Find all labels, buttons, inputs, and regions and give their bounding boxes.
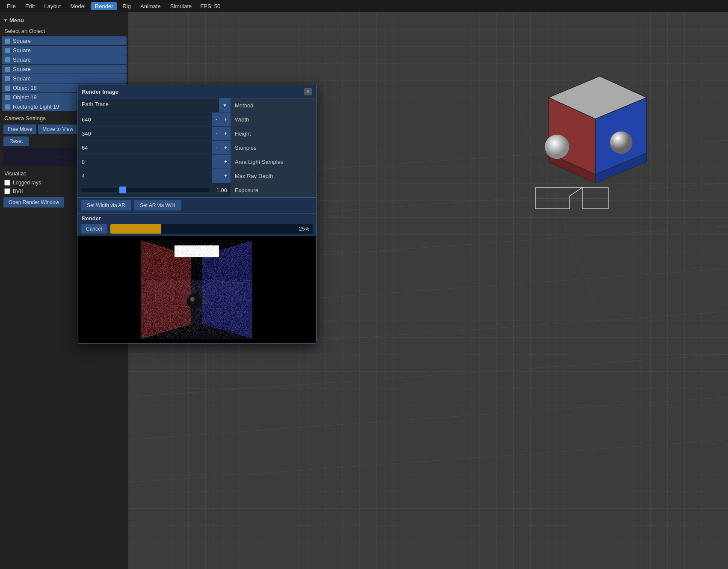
object-item[interactable]: Square [2,36,127,45]
object-name: Square [13,66,31,72]
menu-render[interactable]: Render [91,2,118,10]
svg-line-5 [128,354,728,397]
dialog-close-button[interactable]: × [304,88,312,95]
render-preview-area [77,236,316,343]
move-to-view-button[interactable]: Move to View [38,124,77,134]
dialog-body: Path Trace ▼ Method - + Width - [77,98,316,343]
bvh-label: BVH [13,188,24,194]
width-input[interactable] [77,114,212,125]
object-color-swatch [5,48,10,53]
method-row: Path Trace ▼ Method [77,98,316,113]
render-progress-row: Cancel 25% [77,222,316,236]
free-move-button[interactable]: Free Move [3,124,36,134]
area-light-samples-increment-button[interactable]: + [221,155,231,169]
height-row: - + Height [77,127,316,141]
object-item[interactable]: Square [2,74,127,83]
height-input-area: - + [77,127,231,140]
samples-row: - + Samples [77,141,316,155]
menu-layout[interactable]: Layout [40,2,65,10]
height-label: Height [231,127,316,140]
samples-increment-button[interactable]: + [221,141,231,154]
max-ray-depth-input[interactable] [77,170,212,182]
max-ray-depth-row: - + Max Ray Depth [77,169,316,183]
object-color-swatch [5,86,10,91]
reset-button[interactable]: Reset [3,136,29,146]
dialog-titlebar: Render Image × [77,85,316,98]
max-ray-depth-increment-button[interactable]: + [221,169,231,183]
render-canvas [141,240,252,339]
exposure-value: 1.00 [213,184,231,196]
progress-bar-fill [110,224,161,234]
menu-edit[interactable]: Edit [21,2,39,10]
width-increment-button[interactable]: + [221,113,231,126]
cancel-button[interactable]: Cancel [81,224,107,234]
dialog-title: Render Image [82,89,118,95]
menu-arrow-icon: ▼ [3,18,8,23]
samples-input-area: - + [77,141,231,154]
bvh-checkbox[interactable] [4,188,10,194]
area-light-samples-input[interactable] [77,156,212,168]
object-name: Object 19 [13,94,37,101]
object-name: Square [13,38,31,44]
width-row: - + Width [77,113,316,127]
object-name: Object 18 [13,85,37,91]
height-increment-button[interactable]: + [221,127,231,140]
progress-percentage: 25% [299,226,309,232]
height-decrement-button[interactable]: - [212,127,221,140]
samples-decrement-button[interactable]: - [212,141,221,154]
area-light-samples-row: - + Area Light Samples [77,155,316,169]
object-color-swatch [5,104,10,110]
set-ar-via-wh-button[interactable]: Set AR via W/H [134,200,181,210]
render-image-dialog: Render Image × Path Trace ▼ Method - + W… [77,85,317,344]
fps-display: FPS: 50 [200,3,220,9]
width-label: Width [231,113,316,126]
samples-input[interactable] [77,142,212,154]
max-ray-depth-label: Max Ray Depth [231,169,316,183]
object-color-swatch [5,95,10,100]
exposure-row: 1.00 Exposure [77,183,316,197]
open-render-window-button[interactable]: Open Render Window [3,197,64,207]
menu-animate[interactable]: Animate [136,2,165,10]
object-color-swatch [5,76,10,81]
method-dropdown-arrow[interactable]: ▼ [219,98,231,112]
method-value-display: Path Trace [77,98,219,112]
menu-file[interactable]: File [3,2,20,10]
object-item[interactable]: Square [2,65,127,74]
object-color-swatch [5,39,10,44]
menu-label: Menu [9,17,24,24]
exposure-input-area: 1.00 [77,183,231,197]
top-menu-bar: File Edit Layout Model Render Rig Animat… [0,0,728,12]
menu-rig[interactable]: Rig [118,2,135,10]
max-ray-depth-decrement-button[interactable]: - [212,169,221,183]
method-input-area: Path Trace ▼ [77,98,231,112]
object-name: Square [13,47,31,53]
menu-header[interactable]: ▼ Menu [0,15,128,25]
menu-model[interactable]: Model [66,2,89,10]
height-input[interactable] [77,128,212,139]
select-object-label: Select an Object [0,25,128,36]
object-color-swatch [5,57,10,62]
object-name: Rectangle Light 19 [13,104,59,110]
logged-rays-checkbox[interactable] [4,180,10,186]
svg-line-6 [128,397,728,440]
menu-simulate[interactable]: Simulate [166,2,196,10]
logged-rays-label: Logged rays [13,180,41,186]
bottom-btn-row: Set Width via AR Set AR via W/H [77,197,316,213]
object-item[interactable]: Square [2,46,127,55]
svg-point-24 [610,131,632,154]
render-section: Render Cancel 25% [77,213,316,343]
method-label: Method [231,98,316,112]
exposure-slider-thumb[interactable] [119,187,126,193]
object-name: Square [13,75,31,82]
svg-point-23 [545,135,569,159]
set-width-via-ar-button[interactable]: Set Width via AR [81,200,131,210]
area-light-samples-decrement-button[interactable]: - [212,155,221,169]
progress-bar: 25% [110,224,313,234]
area-light-samples-label: Area Light Samples [231,155,316,169]
width-decrement-button[interactable]: - [212,113,221,126]
render-section-label: Render [77,213,316,222]
area-light-samples-input-area: - + [77,155,231,169]
object-item[interactable]: Square [2,55,127,64]
object-color-swatch [5,67,10,72]
svg-line-7 [128,440,728,483]
